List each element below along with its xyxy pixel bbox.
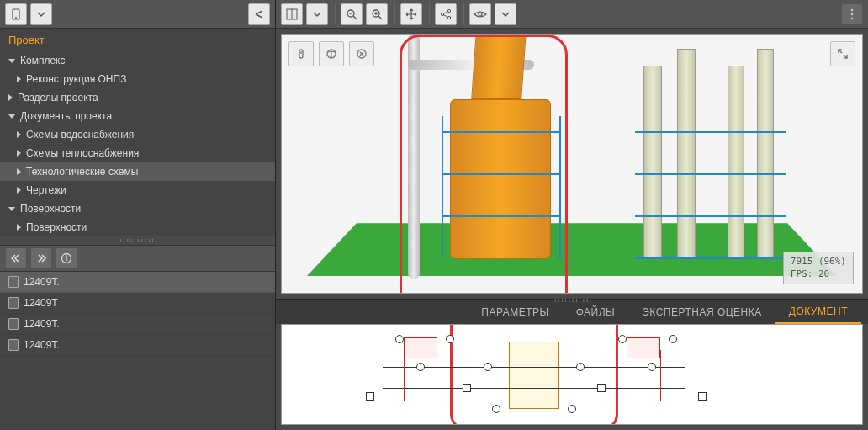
tree-item[interactable]: Чертежи: [0, 181, 275, 199]
tree-item-label: Комплекс: [20, 55, 65, 66]
tree-item-label: Разделы проекта: [18, 92, 98, 104]
left-toolbar: [0, 0, 275, 29]
file-icon: [8, 276, 19, 288]
svg-point-14: [441, 13, 443, 15]
svg-point-21: [851, 13, 853, 14]
tab-экспертная оценка[interactable]: ЭКСПЕРТНАЯ ОЦЕНКА: [628, 300, 775, 324]
view-button[interactable]: [469, 3, 491, 25]
file-list: 12409T.12409T12409T.12409T.: [0, 272, 275, 430]
3d-viewport[interactable]: 7915 (96%) FPS: 20: [281, 34, 863, 294]
tree-item[interactable]: Схемы теплоснабжения: [0, 144, 275, 162]
svg-point-20: [851, 8, 853, 10]
tab-параметры[interactable]: ПАРАМЕТРЫ: [468, 300, 562, 324]
file-nav-bar: [0, 245, 275, 272]
scene-tank: [450, 99, 551, 259]
horizontal-splitter[interactable]: ıııııııııı: [554, 296, 590, 304]
nav-back-button[interactable]: [5, 247, 27, 269]
tree-title: Проект: [0, 29, 275, 51]
tree-item[interactable]: Поверхности: [0, 199, 275, 218]
viewport-expand-button[interactable]: [830, 41, 855, 66]
svg-point-22: [851, 17, 853, 19]
scene-pipe: [408, 35, 420, 279]
svg-point-16: [447, 16, 450, 19]
svg-line-18: [443, 14, 447, 17]
svg-point-4: [66, 255, 67, 257]
tree-item-label: Чертежи: [26, 184, 66, 196]
file-icon: [8, 318, 19, 330]
layout-dropdown[interactable]: [306, 3, 328, 25]
file-item[interactable]: 12409T: [0, 293, 275, 314]
chevron-icon: [17, 168, 21, 175]
chevron-icon: [8, 59, 15, 63]
chevron-icon: [8, 94, 13, 101]
tree-item[interactable]: Комплекс: [0, 51, 275, 70]
tree-item[interactable]: Схемы водоснабжения: [0, 125, 275, 144]
tree-item[interactable]: Технологические схемы: [0, 162, 275, 181]
dropdown-button[interactable]: [30, 3, 52, 25]
scene-column: [757, 49, 774, 259]
chevron-icon: [8, 207, 15, 211]
file-item[interactable]: 12409T.: [0, 335, 275, 356]
file-icon: [8, 339, 19, 351]
scene-stack: [471, 34, 527, 99]
viewport-tool-2[interactable]: [319, 41, 344, 66]
expand-panel-button[interactable]: [248, 3, 270, 25]
svg-point-1: [15, 17, 17, 19]
svg-point-15: [447, 9, 450, 12]
tree-item-label: Реконструкция ОНПЗ: [26, 73, 126, 85]
nav-forward-button[interactable]: [30, 247, 52, 269]
bottom-tabs: ıııııııııı ПАРАМЕТРЫФАЙЛЫЭКСПЕРТНАЯ ОЦЕН…: [276, 299, 868, 324]
tree-item[interactable]: Поверхности: [0, 218, 275, 236]
tree-item-label: Поверхности: [20, 203, 81, 215]
viewport-stats: 7915 (96%) FPS: 20: [783, 252, 854, 284]
share-button[interactable]: [435, 3, 457, 25]
stats-line2: FPS: 20: [791, 268, 846, 280]
device-button[interactable]: [5, 3, 27, 25]
file-item[interactable]: 12409T.: [0, 272, 275, 293]
file-icon: [8, 297, 19, 309]
chevron-icon: [17, 224, 21, 231]
left-panel: Проект КомплексРеконструкция ОНПЗРазделы…: [0, 0, 276, 430]
viewport-tool-1[interactable]: [288, 41, 314, 66]
chevron-icon: [17, 131, 21, 138]
project-tree: Проект КомплексРеконструкция ОНПЗРазделы…: [0, 29, 275, 236]
viewport-tool-3[interactable]: [349, 41, 374, 66]
scene-column: [643, 66, 662, 259]
viewport-wrap: 7915 (96%) FPS: 20 ıııııııııı ПАРАМЕТРЫФ…: [276, 29, 868, 430]
view-dropdown[interactable]: [495, 3, 516, 25]
file-item-label: 12409T.: [24, 276, 60, 288]
zoom-out-button[interactable]: [341, 3, 363, 25]
right-panel: 7915 (96%) FPS: 20 ıııııııııı ПАРАМЕТРЫФ…: [276, 0, 868, 430]
svg-rect-3: [66, 257, 66, 261]
vertical-splitter[interactable]: ıııııııııı: [0, 236, 275, 245]
viewport-mini-toolbar: [288, 41, 374, 66]
file-item-label: 12409T.: [24, 339, 60, 351]
tree-item-label: Документы проекта: [20, 110, 112, 122]
svg-line-8: [353, 16, 357, 19]
stats-line1: 7915 (96%): [791, 256, 846, 268]
chevron-icon: [17, 76, 21, 82]
tree-item-label: Поверхности: [26, 221, 87, 233]
tree-item[interactable]: Разделы проекта: [0, 88, 275, 107]
tree-item[interactable]: Реконструкция ОНПЗ: [0, 70, 275, 88]
file-item-label: 12409T: [24, 297, 58, 309]
svg-point-19: [479, 13, 482, 16]
move-button[interactable]: [400, 3, 422, 25]
main-toolbar: [276, 0, 868, 29]
tree-item-label: Схемы водоснабжения: [26, 129, 134, 141]
zoom-in-button[interactable]: [366, 3, 388, 25]
tree-item-label: Схемы теплоснабжения: [26, 147, 139, 159]
tree-item[interactable]: Документы проекта: [0, 107, 275, 125]
svg-line-17: [443, 11, 447, 13]
layout-button[interactable]: [281, 3, 303, 25]
document-view[interactable]: [281, 324, 863, 425]
tree-item-label: Технологические схемы: [26, 166, 138, 178]
chevron-icon: [17, 187, 21, 194]
info-button[interactable]: [56, 247, 77, 269]
scene-column: [728, 66, 744, 259]
svg-line-11: [378, 16, 382, 19]
scene-column: [677, 49, 696, 259]
menu-button[interactable]: [841, 3, 863, 25]
file-item[interactable]: 12409T.: [0, 314, 275, 335]
tab-документ[interactable]: ДОКУМЕНТ: [775, 300, 861, 324]
